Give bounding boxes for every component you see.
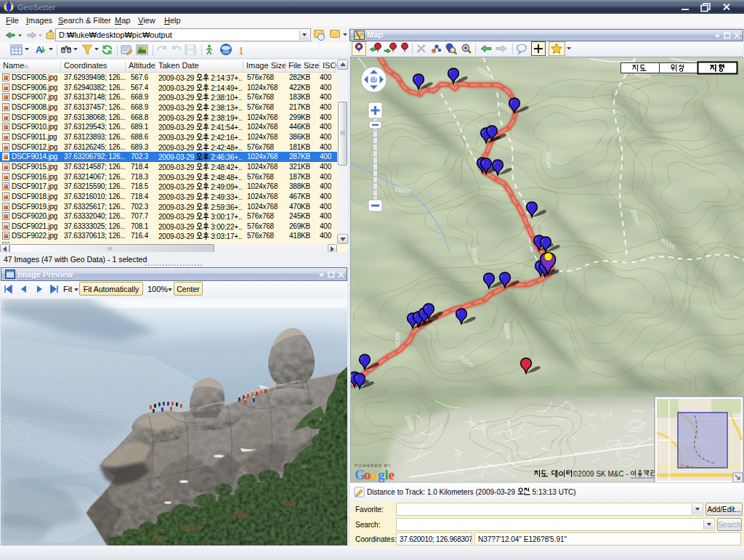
svg-text:g: g [378, 467, 385, 482]
svg-text:1: 1 [238, 45, 244, 57]
svg-text:©2009 SK M&C -: ©2009 SK M&C - [573, 470, 628, 478]
svg-text:400m: 400m [544, 151, 553, 168]
svg-text:o: o [371, 467, 379, 482]
svg-text:e: e [389, 467, 395, 482]
svg-text:A: A [36, 44, 43, 55]
svg-text:o: o [364, 467, 371, 482]
